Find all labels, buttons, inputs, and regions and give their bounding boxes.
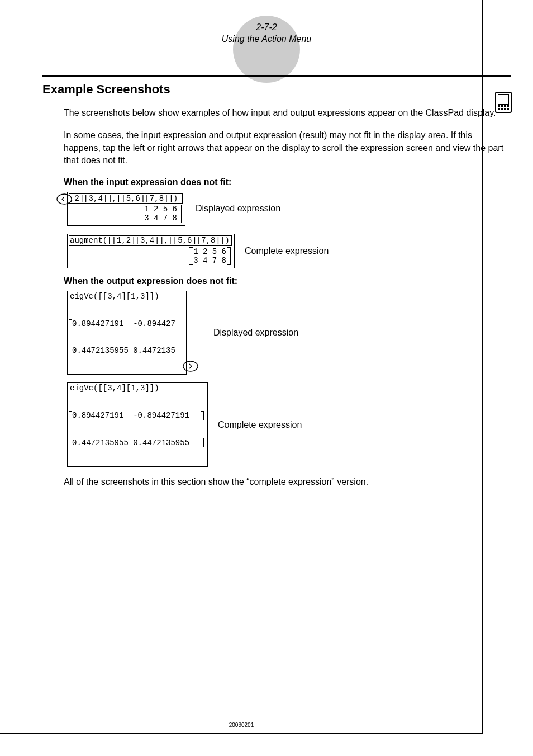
input-expression: eigVc([[3,4][1,3]]) xyxy=(68,291,186,301)
subheading-output: When the output expression does not fit: xyxy=(64,276,511,286)
example-input-complete: augment([[1,2][3,4]],[[5,6][7,8]]) 1 2 5… xyxy=(67,234,511,268)
intro-paragraph-1: The screenshots below show examples of h… xyxy=(64,107,511,119)
intro-paragraph-2: In some cases, the input expression and … xyxy=(64,129,511,167)
annotation-complete: Complete expression xyxy=(245,246,329,256)
input-expression-full: augment([[1,2][3,4]],[[5,6][7,8]]) xyxy=(69,235,232,246)
output-row-1: 0.894427191 -0.894427191 xyxy=(69,411,204,420)
svg-point-1 xyxy=(183,361,198,371)
horizontal-rule xyxy=(42,75,511,77)
example-output-displayed: eigVc([[3,4][1,3]]) 0.894427191 -0.89442… xyxy=(67,291,511,375)
output-row-2: 0.4472135955 0.4472135955 xyxy=(69,438,204,447)
footer-code: 20030201 xyxy=(0,722,483,728)
section-title: Example Screenshots xyxy=(42,82,511,97)
calc-screen-displayed-output: eigVc([[3,4][1,3]]) 0.894427191 -0.89442… xyxy=(67,291,187,375)
footer-paragraph: All of the screenshots in this section s… xyxy=(64,476,511,488)
result-matrix: 1 2 5 6 3 4 7 8 xyxy=(189,247,231,265)
input-expression-truncated: ,2][3,4]],[[5,6][7,8]]) xyxy=(69,193,183,204)
annotation-complete: Complete expression xyxy=(218,420,302,430)
output-row-1: 0.894427191 -0.894427 xyxy=(69,319,185,328)
svg-point-0 xyxy=(57,194,72,204)
annotation-displayed: Displayed expression xyxy=(196,204,280,214)
calc-screen-complete-input: augment([[1,2][3,4]],[[5,6][7,8]]) 1 2 5… xyxy=(67,234,235,268)
subheading-input: When the input expression does not fit: xyxy=(64,177,511,187)
header-subtitle: Using the Action Menu xyxy=(222,34,311,44)
result-matrix: 1 2 5 6 3 4 7 8 xyxy=(140,205,182,223)
header-badge-circle: 2-7-2 xyxy=(233,16,300,83)
scroll-left-indicator-icon xyxy=(56,193,72,205)
output-row-2: 0.4472135955 0.4472135 xyxy=(69,346,185,355)
example-input-displayed: ,2][3,4]],[[5,6][7,8]]) 1 2 5 6 3 4 7 8 … xyxy=(67,192,511,226)
annotation-displayed: Displayed expression xyxy=(213,328,298,338)
calc-screen-displayed-input: ,2][3,4]],[[5,6][7,8]]) 1 2 5 6 3 4 7 8 xyxy=(67,192,185,226)
content-area: Example Screenshots The screenshots belo… xyxy=(42,75,511,498)
page-number: 2-7-2 xyxy=(256,22,277,32)
scroll-right-indicator-icon xyxy=(183,361,198,372)
input-expression: eigVc([[3,4][1,3]]) xyxy=(68,383,207,393)
calc-screen-complete-output: eigVc([[3,4][1,3]]) 0.894427191 -0.89442… xyxy=(67,382,208,467)
example-output-complete: eigVc([[3,4][1,3]]) 0.894427191 -0.89442… xyxy=(67,382,511,467)
